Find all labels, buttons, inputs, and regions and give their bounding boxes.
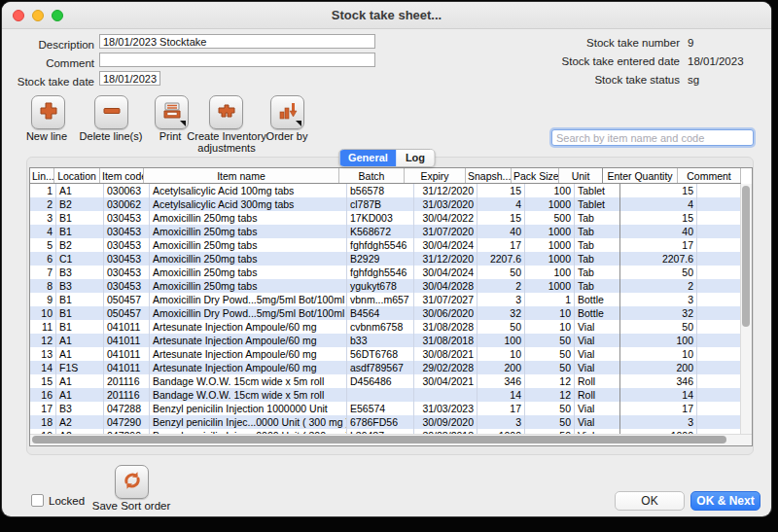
table-cell[interactable]: 32 xyxy=(620,306,697,320)
table-cell[interactable]: b33 xyxy=(347,334,414,347)
table-cell[interactable]: B2929 xyxy=(347,252,414,266)
table-cell[interactable]: A1 xyxy=(56,374,104,388)
table-cell[interactable]: 050457 xyxy=(104,293,150,306)
table-cell[interactable]: 1000 xyxy=(525,238,575,252)
table-cell[interactable]: 4 xyxy=(620,197,697,211)
table-cell[interactable] xyxy=(697,388,741,402)
table-cell[interactable] xyxy=(697,293,741,306)
table-cell[interactable]: 200 xyxy=(620,361,697,374)
table-cell[interactable]: B2 xyxy=(56,238,104,252)
table-cell[interactable] xyxy=(697,334,741,347)
table-row[interactable]: 5B2030453Amoxicillin 250mg tabsfghfdgh55… xyxy=(30,238,741,252)
table-cell[interactable] xyxy=(347,388,414,402)
table-cell[interactable]: Amoxicillin 250mg tabs xyxy=(150,211,347,225)
column-header[interactable]: Expiry xyxy=(405,168,466,184)
table-cell[interactable]: Tab xyxy=(575,266,620,279)
table-cell[interactable]: 30/06/2020 xyxy=(414,306,477,320)
ok-next-button[interactable]: OK & Next xyxy=(690,491,760,511)
table-cell[interactable]: 030453 xyxy=(104,211,150,225)
table-cell[interactable]: Benzyl penicilin Injection 1000000 Unit xyxy=(150,402,347,415)
table-cell[interactable]: Vial xyxy=(575,320,620,334)
table-cell[interactable]: 15 xyxy=(30,374,56,388)
table-cell[interactable] xyxy=(697,361,741,374)
table-cell[interactable]: Amoxicillin 250mg tabs xyxy=(150,279,347,293)
table-row[interactable]: 9B1050457Amoxicillin Dry Powd...5mg/5ml … xyxy=(30,293,741,306)
table-cell[interactable]: B1 xyxy=(56,293,104,306)
table-cell[interactable]: 13 xyxy=(30,347,56,361)
table-cell[interactable]: 5 xyxy=(30,238,56,252)
table-cell[interactable]: Vial xyxy=(575,361,620,374)
table-cell[interactable]: 17 xyxy=(620,402,697,415)
table-row[interactable]: 13A1041011Artesunate Injection Ampoule/6… xyxy=(30,347,741,361)
table-cell[interactable]: 30/04/2028 xyxy=(414,279,477,293)
table-cell[interactable]: Acetylsalicylic Acid 300mg tabs xyxy=(150,197,347,211)
locked-checkbox[interactable] xyxy=(31,494,44,507)
table-cell[interactable]: Acetylsalicylic Acid 100mg tabs xyxy=(150,184,347,197)
table-row[interactable]: 18A2047290Benzyl penicilin Injec...0000 … xyxy=(30,415,741,429)
table-cell[interactable]: 31/12/2020 xyxy=(414,252,477,266)
table-cell[interactable] xyxy=(697,374,741,388)
table-cell[interactable]: 12 xyxy=(30,334,56,347)
stock-take-date-input[interactable] xyxy=(99,71,160,86)
table-cell[interactable]: B2 xyxy=(56,197,104,211)
search-input[interactable] xyxy=(551,129,754,146)
table-cell[interactable]: 15 xyxy=(477,211,525,225)
table-cell[interactable]: 32 xyxy=(477,306,525,320)
table-cell[interactable]: 100 xyxy=(525,184,575,197)
table-cell[interactable]: Vial xyxy=(575,415,620,429)
table-cell[interactable]: 30/04/2022 xyxy=(414,211,477,225)
table-cell[interactable]: 56DT6768 xyxy=(347,347,414,361)
table-cell[interactable]: 40 xyxy=(477,225,525,238)
table-cell[interactable]: Roll xyxy=(575,388,620,402)
table-cell[interactable] xyxy=(697,184,741,197)
table-cell[interactable]: 15 xyxy=(620,184,697,197)
table-cell[interactable]: 30/04/2021 xyxy=(414,374,477,388)
table-cell[interactable]: 30/09/2020 xyxy=(414,415,477,429)
table-row[interactable]: 7B3030453Amoxicillin 250mg tabsfghfdgh55… xyxy=(30,266,741,279)
table-cell[interactable]: fghfdgh5546 xyxy=(347,266,414,279)
table-cell[interactable]: Bottle xyxy=(575,293,620,306)
table-cell[interactable]: 31/07/2027 xyxy=(414,293,477,306)
table-cell[interactable]: b56578 xyxy=(347,184,414,197)
table-cell[interactable]: 2 xyxy=(620,279,697,293)
zoom-icon[interactable] xyxy=(52,10,63,21)
table-cell[interactable]: 2 xyxy=(477,279,525,293)
table-cell[interactable]: 10 xyxy=(477,347,525,361)
table-cell[interactable]: B3 xyxy=(56,266,104,279)
table-cell[interactable]: 2 xyxy=(30,197,56,211)
table-cell[interactable]: Artesunate Injection Ampoule/60 mg xyxy=(150,320,347,334)
table-cell[interactable]: 50 xyxy=(525,347,575,361)
column-header[interactable]: Item code xyxy=(100,168,144,184)
table-cell[interactable]: E56574 xyxy=(347,402,414,415)
save-sort-order-button[interactable] xyxy=(115,465,149,499)
new-line-button[interactable] xyxy=(31,95,65,129)
table-cell[interactable]: 17 xyxy=(620,238,697,252)
table-cell[interactable]: 14 xyxy=(620,388,697,402)
table-cell[interactable]: Tab xyxy=(575,211,620,225)
table-cell[interactable]: 16 xyxy=(30,388,56,402)
table-cell[interactable]: 3 xyxy=(477,415,525,429)
table-cell[interactable]: 17 xyxy=(30,402,56,415)
table-row[interactable]: 14F1S041011Artesunate Injection Ampoule/… xyxy=(30,361,741,374)
table-cell[interactable]: 18 xyxy=(30,415,56,429)
table-cell[interactable]: C1 xyxy=(56,252,104,266)
table-cell[interactable]: Amoxicillin Dry Powd...5mg/5ml Bot/100ml xyxy=(150,293,347,306)
table-cell[interactable]: 17 xyxy=(477,402,525,415)
table-cell[interactable]: 100 xyxy=(620,334,697,347)
table-cell[interactable]: A1 xyxy=(56,334,104,347)
table-cell[interactable]: 50 xyxy=(525,361,575,374)
close-icon[interactable] xyxy=(13,10,24,21)
table-cell[interactable]: Tablet xyxy=(575,197,620,211)
table-cell[interactable] xyxy=(697,306,741,320)
table-cell[interactable]: 31/07/2020 xyxy=(414,225,477,238)
table-cell[interactable]: 201116 xyxy=(104,388,150,402)
column-header[interactable]: Location xyxy=(54,168,100,184)
table-cell[interactable]: B1 xyxy=(56,306,104,320)
table-cell[interactable]: 50 xyxy=(477,320,525,334)
comment-input[interactable] xyxy=(99,53,375,67)
table-cell[interactable]: 1000 xyxy=(525,225,575,238)
table-cell[interactable]: vbnm...m657 xyxy=(347,293,414,306)
table-row[interactable]: 17B3047288Benzyl penicilin Injection 100… xyxy=(30,402,741,415)
delete-lines-button[interactable] xyxy=(94,95,128,129)
table-cell[interactable]: 047290 xyxy=(104,415,150,429)
